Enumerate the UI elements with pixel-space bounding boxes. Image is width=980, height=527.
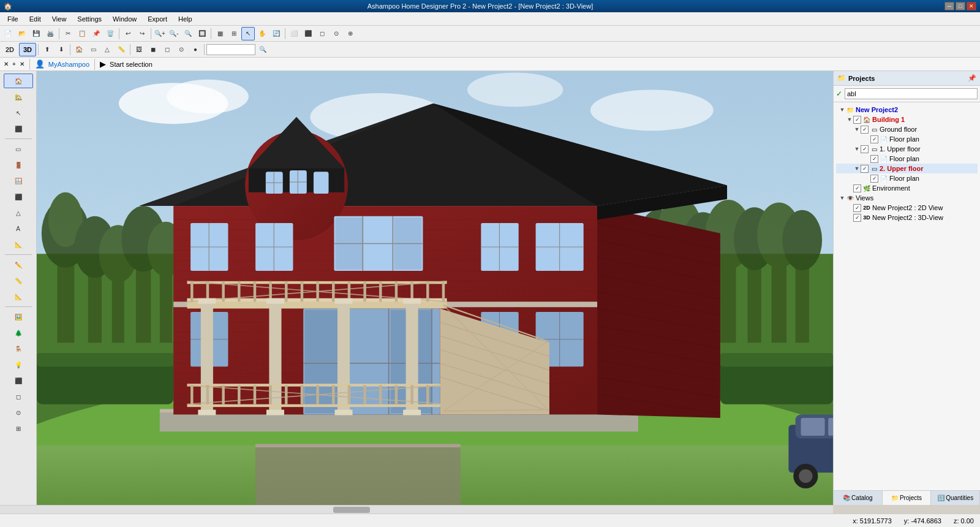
tb-print[interactable]: 🖨️ [43,27,57,40]
tb-open[interactable]: 📂 [15,27,29,40]
minimize-button[interactable]: ─ [944,2,954,10]
tb-extra4[interactable]: ⊙ [330,27,343,40]
menu-export[interactable]: Export [143,14,172,24]
tb2-floor-down[interactable]: ⬇ [55,43,68,56]
tab-projects[interactable]: 📁 Projects [883,491,932,505]
lt-dim[interactable]: 📐 [4,237,33,252]
expand-building1[interactable]: ▼ [846,116,853,123]
tree-item-new-project2[interactable]: ▼ 📁 New Project2 [836,105,978,115]
lt-obj4[interactable]: ⊞ [4,421,33,436]
tb-copy[interactable]: 📋 [75,27,89,40]
tb-grid[interactable]: ▦ [213,27,227,40]
tb2-render1[interactable]: 🖼 [132,43,146,56]
tb-undo[interactable]: ↩ [121,27,135,40]
tb2-room[interactable]: 🏠 [72,43,86,56]
tb-zoom-fit[interactable]: 🔲 [195,27,209,40]
tb2-render5[interactable]: ● [189,43,202,56]
check-u2-fp[interactable]: ✓ [870,175,878,183]
tb-extra5[interactable]: ⊕ [344,27,357,40]
lt-walls[interactable]: ▭ [4,142,33,156]
lt-measure[interactable]: 📏 [4,273,33,288]
tb-extra2[interactable]: ⬛ [301,27,315,40]
tree-item-building1[interactable]: ▼ ✓ 🏠 Building 1 [836,115,978,124]
tree-item-upper1-fp[interactable]: ✓ 📄 Floor plan [836,154,978,164]
lt-select-all[interactable]: ⬛ [4,121,33,136]
lt-select[interactable]: ↖ [4,105,33,120]
tab-quantities[interactable]: 🔢 Quantities [931,491,980,505]
tb-paste[interactable]: 📌 [89,27,103,40]
tb2-dim[interactable]: 📏 [115,43,128,56]
tb-extra3[interactable]: ◻ [315,27,329,40]
menu-settings[interactable]: Settings [72,14,107,24]
tree-item-upper2[interactable]: ▼ ✓ ▭ 2. Upper floor [836,164,978,173]
expand-upper2[interactable]: ▼ [853,165,861,172]
tree-item-views[interactable]: ▼ 👁️ Views [836,193,978,203]
expand-upper1[interactable]: ▼ [853,145,861,153]
tree-item-3d-view[interactable]: ✓ 3D New Project2 : 3D-View [836,213,978,222]
menu-edit[interactable]: Edit [24,14,46,24]
expand-ground-floor[interactable]: ▼ [853,126,861,133]
tb-view3d[interactable]: 3D [19,43,36,56]
check-upper2[interactable]: ✓ [861,165,869,173]
search-input[interactable] [206,44,255,55]
tb2-roof[interactable]: △ [100,43,114,56]
tb-new[interactable]: 📄 [1,27,15,40]
lt-stairs[interactable]: ⬛ [4,189,33,204]
tb2-search-btn[interactable]: 🔍 [256,43,270,56]
check-upper1[interactable]: ✓ [861,145,869,153]
close-button[interactable]: ✕ [967,2,976,10]
lt-obj3[interactable]: ⊙ [4,405,33,420]
myashampoo-label[interactable]: MyAshampoo [48,61,89,68]
sel-x[interactable]: ✕ [4,61,9,67]
tree-item-ground-floorplan[interactable]: ✓ 📄 Floor plan [836,134,978,144]
tb2-floor-up[interactable]: ⬆ [40,43,54,56]
tb-zoom-out[interactable]: 🔍- [167,27,181,40]
tb-zoom-reset[interactable]: 🔍 [181,27,195,40]
check-env[interactable]: ✓ [853,184,861,192]
menu-file[interactable]: File [2,14,23,24]
lt-text[interactable]: A [4,221,33,236]
check-2dv[interactable]: ✓ [853,204,861,212]
lt-tree[interactable]: 🌲 [4,325,33,340]
lt-light[interactable]: 💡 [4,357,33,372]
tb-zoom-in[interactable]: 🔍+ [153,27,167,40]
check-building1[interactable]: ✓ [853,116,861,124]
tree-item-environment[interactable]: ✓ 🌿 Environment [836,183,978,193]
horizontal-scrollbar[interactable] [0,505,833,514]
tab-catalog[interactable]: 📚 Catalog [834,491,883,505]
check-ground-fp[interactable]: ✓ [870,135,878,143]
lt-house-view[interactable]: 🏡 [4,89,33,104]
panel-pin-icon[interactable]: 📌 [968,74,976,82]
tb-snap[interactable]: ⊞ [227,27,241,40]
lt-image[interactable]: 🖼️ [4,309,33,324]
tb-rotate[interactable]: 🔄 [270,27,283,40]
lt-angle[interactable]: 📐 [4,289,33,304]
tb-select-mode[interactable]: ↖ [241,27,255,40]
lt-draw[interactable]: ✏️ [4,257,33,272]
sel-plus[interactable]: + [12,61,16,67]
lt-obj1[interactable]: ⬛ [4,373,33,388]
tb-extra1[interactable]: ⬜ [287,27,301,40]
tb-pan[interactable]: ✋ [255,27,269,40]
check-3dv[interactable]: ✓ [853,214,861,222]
lt-door[interactable]: 🚪 [4,157,33,172]
tb-cut[interactable]: ✂ [61,27,75,40]
lt-roof[interactable]: △ [4,205,33,220]
check-u1-fp[interactable]: ✓ [870,155,878,163]
tree-item-2d-view[interactable]: ✓ 2D New Project2 : 2D View [836,203,978,213]
project-search-input[interactable] [845,88,978,99]
menu-window[interactable]: Window [108,14,141,24]
tb-delete[interactable]: 🗑️ [104,27,117,40]
sel-close2[interactable]: ✕ [20,61,24,67]
tree-item-ground-floor[interactable]: ▼ ✓ ▭ Ground floor [836,124,978,134]
lt-furniture[interactable]: 🪑 [4,341,33,356]
expand-views[interactable]: ▼ [839,194,846,202]
tb2-render3[interactable]: ◻ [160,43,174,56]
tb-save[interactable]: 💾 [29,27,43,40]
tb-view2d[interactable]: 2D [1,43,18,56]
maximize-button[interactable]: □ [956,2,965,10]
tb2-render2[interactable]: ◼ [146,43,160,56]
3d-viewport[interactable] [37,71,833,505]
tb2-render4[interactable]: ⊙ [175,43,188,56]
scroll-thumb[interactable] [333,507,370,513]
